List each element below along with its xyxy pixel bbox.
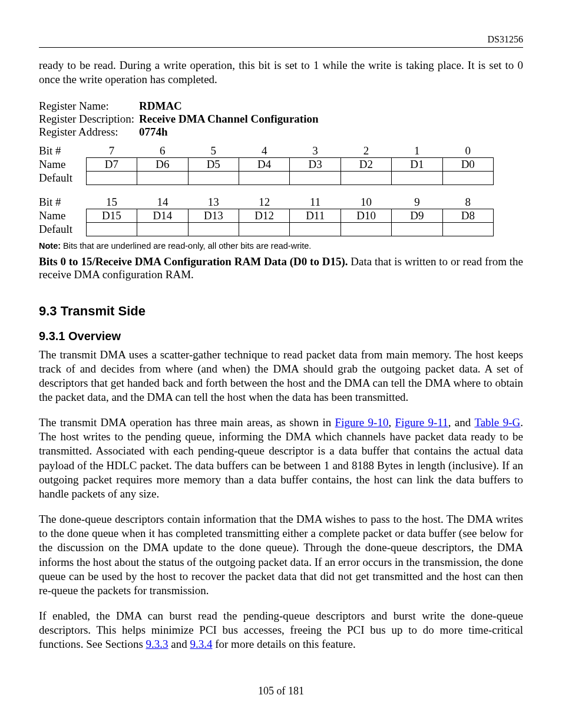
bit-default [188, 222, 239, 236]
bit-default [392, 222, 442, 236]
bit-default [392, 171, 442, 185]
bit-default [290, 222, 340, 236]
register-desc-value: Receive DMA Channel Configuration [139, 113, 319, 126]
bit-number: 0 [442, 144, 494, 158]
bit-name: D7 [86, 157, 137, 171]
bit-number: 11 [290, 196, 340, 209]
bits-desc-bold: Bits 0 to 15/Receive DMA Configuration R… [39, 255, 348, 268]
bit-name: D9 [392, 209, 442, 222]
header-rule [39, 47, 523, 48]
bit-number: 4 [239, 144, 289, 158]
link-figure-9-10[interactable]: Figure 9-10 [335, 416, 389, 429]
bit-default [340, 222, 391, 236]
heading-9-3: 9.3 Transmit Side [39, 304, 523, 319]
text-run: , and [448, 416, 475, 429]
text-run: , [388, 416, 395, 429]
default-row-label: Default [39, 171, 86, 185]
text-run: and [168, 638, 190, 650]
register-name-value: RDMAC [139, 100, 182, 113]
bit-default [239, 222, 290, 236]
bit-name: D13 [188, 209, 239, 222]
bit-number: 2 [340, 144, 391, 158]
bit-table-high: Bit # 15 14 13 12 11 10 9 8 Name D15 D14… [39, 196, 494, 236]
bit-name: D15 [86, 209, 137, 222]
bit-default [86, 222, 137, 236]
register-desc-label: Register Description: [39, 113, 139, 126]
table-row: Default [39, 171, 494, 185]
table-row: Bit # 7 6 5 4 3 2 1 0 [39, 144, 494, 158]
bit-default [442, 222, 493, 236]
bit-number: 9 [392, 196, 442, 209]
bit-number: 5 [188, 144, 239, 158]
bit-number: 1 [392, 144, 442, 158]
bit-name: D5 [188, 157, 239, 171]
link-section-9-3-4[interactable]: 9.3.4 [190, 638, 212, 650]
link-table-9-g[interactable]: Table 9-G [474, 416, 520, 429]
paragraph: The transmit DMA operation has three mai… [39, 416, 523, 502]
bit-name: D14 [137, 209, 188, 222]
bit-number: 12 [239, 196, 290, 209]
bit-default [188, 171, 239, 185]
table-row: Name D15 D14 D13 D12 D11 D10 D9 D8 [39, 209, 494, 222]
bit-name: D12 [239, 209, 290, 222]
note-text: Bits that are underlined are read-only, … [61, 241, 311, 251]
link-section-9-3-3[interactable]: 9.3.3 [146, 638, 168, 650]
bit-default [290, 171, 340, 185]
register-name-label: Register Name: [39, 100, 139, 113]
bit-number: 3 [290, 144, 340, 158]
bit-number: 6 [137, 144, 188, 158]
bit-number: 7 [86, 144, 137, 158]
bit-number: 15 [86, 196, 137, 209]
bit-name: D11 [290, 209, 340, 222]
page: DS31256 ready to be read. During a write… [0, 0, 562, 728]
text-run: The transmit DMA operation has three mai… [39, 416, 335, 429]
bit-default [340, 171, 391, 185]
bit-number: 14 [137, 196, 188, 209]
bit-default [137, 171, 188, 185]
name-row-label: Name [39, 157, 86, 171]
bit-name: D3 [290, 157, 340, 171]
text-run: for more details on this feature. [212, 638, 355, 650]
bit-default [137, 222, 188, 236]
bit-number: 8 [442, 196, 493, 209]
bits-description: Bits 0 to 15/Receive DMA Configuration R… [39, 255, 523, 281]
bit-row-label: Bit # [39, 196, 86, 209]
name-row-label: Name [39, 209, 86, 222]
link-figure-9-11[interactable]: Figure 9-11 [395, 416, 448, 429]
paragraph: If enabled, the DMA can burst read the p… [39, 609, 523, 652]
intro-paragraph: ready to be read. During a write operati… [39, 58, 523, 87]
bit-name: D10 [340, 209, 391, 222]
bit-name: D6 [137, 157, 188, 171]
bit-number: 10 [340, 196, 391, 209]
bit-table-low: Bit # 7 6 5 4 3 2 1 0 Name D7 D6 D5 D4 D… [39, 144, 494, 185]
bit-row-label: Bit # [39, 144, 86, 158]
bit-default [239, 171, 289, 185]
bit-default [86, 171, 137, 185]
paragraph: The transmit DMA uses a scatter-gather t… [39, 348, 523, 405]
note-line: Note: Bits that are underlined are read-… [39, 241, 523, 251]
note-prefix: Note: [39, 241, 61, 251]
page-footer: 105 of 181 [0, 685, 562, 697]
table-row: Name D7 D6 D5 D4 D3 D2 D1 D0 [39, 157, 494, 171]
bit-default [442, 171, 494, 185]
bit-name: D8 [442, 209, 493, 222]
bit-name: D1 [392, 157, 442, 171]
heading-9-3-1: 9.3.1 Overview [39, 330, 523, 343]
bit-name: D0 [442, 157, 494, 171]
bit-number: 13 [188, 196, 239, 209]
register-addr-label: Register Address: [39, 126, 139, 139]
table-row: Bit # 15 14 13 12 11 10 9 8 [39, 196, 494, 209]
table-row: Default [39, 222, 494, 236]
text-run: . The host writes to the pending queue, … [39, 416, 523, 500]
bit-name: D2 [340, 157, 391, 171]
header-doc-id: DS31256 [39, 34, 523, 45]
register-metadata: Register Name: RDMAC Register Descriptio… [39, 100, 523, 139]
register-addr-value: 0774h [139, 126, 168, 139]
bit-name: D4 [239, 157, 289, 171]
paragraph: The done-queue descriptors contain infor… [39, 512, 523, 598]
default-row-label: Default [39, 222, 86, 236]
